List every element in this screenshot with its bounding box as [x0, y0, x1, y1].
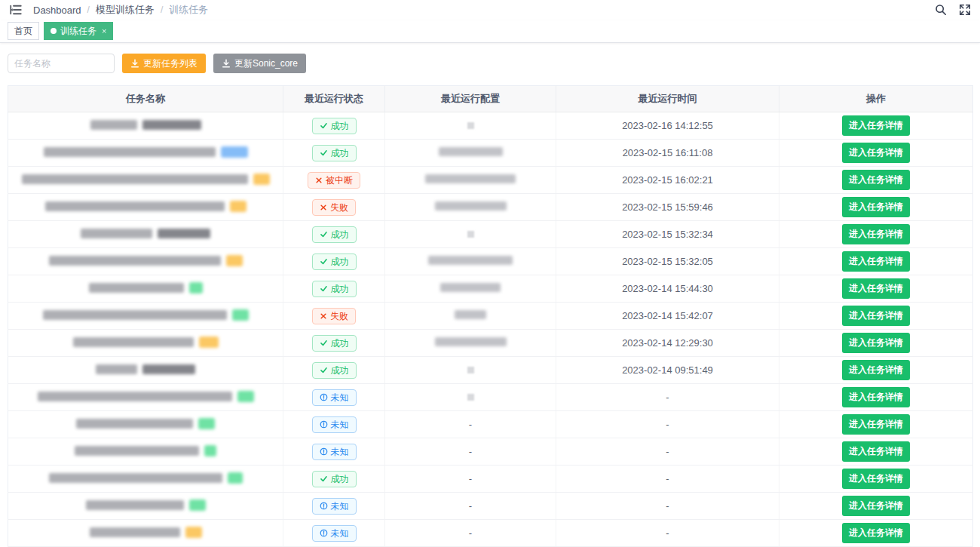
config-cell: - — [385, 466, 556, 493]
enter-task-details-button[interactable]: 进入任务详情 — [842, 224, 910, 244]
info-icon — [320, 447, 328, 456]
breadcrumb-model-training[interactable]: 模型训练任务 — [96, 3, 155, 17]
table-row: 被中断2023-02-15 16:02:21进入任务详情 — [8, 167, 973, 194]
status-label: 被中断 — [326, 175, 353, 186]
status-badge-success: 成功 — [312, 118, 357, 134]
task-tag-green — [228, 472, 243, 484]
task-tag-yellow — [253, 174, 270, 185]
col-actions: 操作 — [779, 86, 973, 112]
col-last-run-config: 最近运行配置 — [385, 86, 556, 112]
config-cell: - — [385, 520, 556, 547]
last-run-time-cell: 2023-02-15 16:11:08 — [556, 140, 779, 167]
action-cell: 进入任务详情 — [779, 303, 973, 330]
redacted-config — [439, 147, 503, 156]
action-cell: 进入任务详情 — [779, 112, 973, 140]
task-name-cell — [8, 275, 283, 303]
status-badge-success: 成功 — [312, 254, 357, 270]
status-cell: 未知 — [283, 411, 385, 438]
fullscreen-icon[interactable] — [959, 4, 971, 16]
enter-task-details-button[interactable]: 进入任务详情 — [842, 278, 910, 299]
enter-task-details-button[interactable]: 进入任务详情 — [842, 441, 910, 462]
action-cell: 进入任务详情 — [779, 411, 973, 438]
enter-task-details-button[interactable]: 进入任务详情 — [842, 523, 910, 543]
redacted-config — [435, 201, 507, 211]
enter-task-details-button[interactable]: 进入任务详情 — [842, 360, 910, 380]
search-icon[interactable] — [935, 4, 947, 16]
task-name-cell — [8, 221, 283, 248]
tasks-table: 任务名称 最近运行状态 最近运行配置 最近运行时间 操作 成功2023-02-1… — [8, 85, 973, 547]
redacted-task-name — [81, 229, 152, 238]
config-cell — [385, 167, 556, 194]
update-task-list-button[interactable]: 更新任务列表 — [122, 54, 206, 73]
task-name-cell — [8, 520, 283, 547]
redacted-task-name — [22, 174, 248, 184]
tab-home[interactable]: 首页 — [8, 22, 39, 40]
update-sonic-core-button[interactable]: 更新Sonic_core — [213, 54, 306, 73]
table-row: 成功--进入任务详情 — [8, 466, 973, 493]
status-badge-unknown: 未知 — [312, 416, 357, 433]
task-tag-yellow — [185, 527, 202, 538]
last-run-time-cell: 2023-02-15 15:59:46 — [556, 194, 779, 221]
config-cell — [385, 330, 556, 357]
status-badge-success: 成功 — [312, 335, 357, 352]
enter-task-details-button[interactable]: 进入任务详情 — [842, 469, 910, 489]
last-run-time-cell: - — [556, 493, 779, 520]
breadcrumb-dashboard[interactable]: Dashboard — [33, 5, 81, 16]
breadcrumb-separator: / — [161, 5, 163, 15]
table-row: 成功2023-02-15 16:11:08进入任务详情 — [8, 140, 973, 167]
tab-training-tasks[interactable]: 训练任务 × — [44, 22, 113, 40]
config-cell — [385, 112, 556, 140]
task-name-cell — [8, 140, 283, 167]
action-cell: 进入任务详情 — [779, 140, 973, 167]
check-icon — [320, 284, 328, 293]
status-badge-unknown: 未知 — [312, 525, 357, 542]
status-badge-success: 成功 — [312, 145, 357, 161]
status-label: 未知 — [331, 528, 349, 539]
action-cell: 进入任务详情 — [779, 357, 973, 384]
tab-training-tasks-label: 训练任务 — [60, 25, 96, 38]
enter-task-details-button[interactable]: 进入任务详情 — [842, 496, 910, 516]
status-label: 成功 — [331, 148, 349, 158]
task-name-cell — [8, 303, 283, 330]
info-icon — [320, 393, 328, 401]
enter-task-details-button[interactable]: 进入任务详情 — [842, 333, 910, 353]
status-label: 未知 — [331, 392, 349, 403]
table-row: 未知--进入任务详情 — [8, 493, 973, 520]
active-tab-dot — [51, 28, 57, 34]
last-run-time-cell: - — [556, 466, 779, 493]
status-label: 成功 — [331, 474, 349, 484]
status-badge-unknown: 未知 — [312, 389, 357, 406]
enter-task-details-button[interactable]: 进入任务详情 — [842, 143, 910, 163]
download-icon — [130, 59, 139, 68]
tab-close-icon[interactable]: × — [102, 27, 106, 35]
enter-task-details-button[interactable]: 进入任务详情 — [842, 387, 910, 407]
redacted-task-name — [90, 120, 137, 130]
status-cell: 成功 — [283, 221, 385, 248]
table-row: 未知-进入任务详情 — [8, 384, 973, 411]
breadcrumb-training-tasks: 训练任务 — [169, 3, 208, 17]
enter-task-details-button[interactable]: 进入任务详情 — [842, 115, 910, 136]
enter-task-details-button[interactable]: 进入任务详情 — [842, 170, 910, 190]
breadcrumb-separator: / — [87, 5, 90, 15]
last-run-time-cell: 2023-02-14 12:29:30 — [556, 330, 779, 357]
status-badge-unknown: 未知 — [312, 498, 357, 515]
enter-task-details-button[interactable]: 进入任务详情 — [842, 251, 910, 272]
check-icon — [320, 121, 328, 130]
download-icon — [222, 59, 231, 68]
config-cell: - — [385, 493, 556, 520]
last-run-time-cell: 2023-02-14 15:44:30 — [556, 275, 779, 303]
table-row: 成功2023-02-14 09:51:49进入任务详情 — [8, 357, 973, 384]
task-name-search-input[interactable] — [8, 54, 115, 73]
enter-task-details-button[interactable]: 进入任务详情 — [842, 197, 910, 217]
last-run-time-cell: 2023-02-14 09:51:49 — [556, 357, 779, 384]
last-run-time-cell: 2023-02-15 16:02:21 — [556, 167, 779, 194]
sidebar-toggle-icon[interactable] — [9, 4, 23, 16]
enter-task-details-button[interactable]: 进入任务详情 — [842, 306, 910, 326]
action-cell: 进入任务详情 — [779, 330, 973, 357]
table-row: 失败2023-02-14 15:42:07进入任务详情 — [8, 303, 973, 330]
enter-task-details-button[interactable]: 进入任务详情 — [842, 414, 910, 435]
status-badge-unknown: 未知 — [312, 444, 357, 460]
status-badge-success: 成功 — [312, 362, 357, 379]
table-row: 成功2023-02-14 12:29:30进入任务详情 — [8, 330, 973, 357]
config-cell — [385, 357, 556, 384]
